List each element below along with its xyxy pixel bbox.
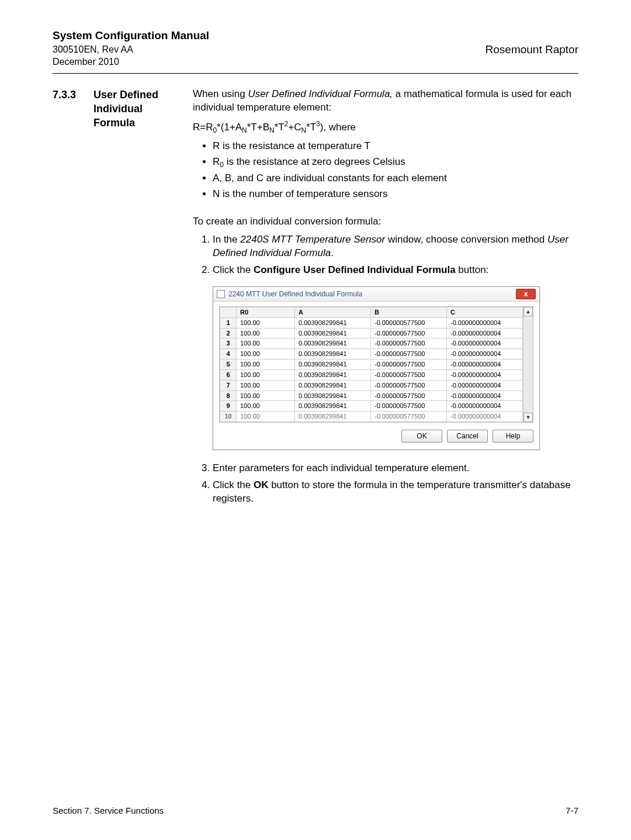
table-row[interactable]: 4 100.00 0.003908299841 -0.000000577500 … [220, 349, 523, 359]
dialog-titlebar: 2240 MTT User Defined Individual Formula… [213, 287, 539, 302]
table-row[interactable]: 2 100.00 0.003908299841 -0.000000577500 … [220, 328, 523, 338]
row-index: 9 [220, 401, 237, 412]
vertical-scrollbar[interactable]: ▲ ▼ [523, 307, 533, 422]
cell-b[interactable]: -0.000000577500 [371, 328, 447, 338]
cell-a[interactable]: 0.003908299841 [295, 401, 371, 412]
intro-italic: User Defined Individual Formula, [248, 88, 393, 99]
col-b-header: B [371, 307, 447, 317]
formula-line: R=R0*(1+AN*T+BN*T2+CN*T3), where [193, 119, 578, 135]
cell-c[interactable]: -0.000000000004 [447, 359, 523, 370]
cell-a[interactable]: 0.003908299841 [295, 328, 371, 338]
bullet-r: R is the resistance at temperature T [213, 140, 578, 153]
cell-a[interactable]: 0.003908299841 [295, 380, 371, 390]
doc-id: 300510EN, Rev AA [53, 43, 209, 56]
step1-b: window, choose conversion method [385, 234, 547, 245]
col-c-header: C [447, 307, 523, 317]
cell-r0[interactable]: 100.00 [237, 412, 295, 422]
brand-name: Rosemount Raptor [486, 42, 578, 57]
section-number: 7.3.3 [53, 88, 93, 102]
formula-dialog: 2240 MTT User Defined Individual Formula… [213, 286, 540, 450]
row-index: 5 [220, 359, 237, 370]
bullet-r0-sub: 0 [220, 161, 224, 169]
close-button[interactable]: x [516, 289, 536, 299]
dialog-title: 2240 MTT User Defined Individual Formula [228, 289, 362, 299]
header-rule [53, 73, 578, 74]
cell-c[interactable]: -0.000000000004 [447, 349, 523, 359]
cell-c[interactable]: -0.000000000004 [447, 328, 523, 338]
table-row[interactable]: 8 100.00 0.003908299841 -0.000000577500 … [220, 390, 523, 401]
row-index: 10 [220, 412, 237, 422]
cell-b[interactable]: -0.000000577500 [371, 412, 447, 422]
cell-c[interactable]: -0.000000000004 [447, 338, 523, 349]
row-index: 6 [220, 369, 237, 380]
cell-c[interactable]: -0.000000000004 [447, 412, 523, 422]
table-row[interactable]: 3 100.00 0.003908299841 -0.000000577500 … [220, 338, 523, 349]
cell-b[interactable]: -0.000000577500 [371, 359, 447, 370]
cell-r0[interactable]: 100.00 [237, 317, 295, 328]
col-a-header: A [295, 307, 371, 317]
manual-title: System Configuration Manual [53, 28, 209, 43]
cell-b[interactable]: -0.000000577500 [371, 401, 447, 412]
cell-r0[interactable]: 100.00 [237, 338, 295, 349]
header-left: System Configuration Manual 300510EN, Re… [53, 28, 209, 68]
intro-text-a: When using [193, 88, 248, 99]
cell-a[interactable]: 0.003908299841 [295, 338, 371, 349]
cell-b[interactable]: -0.000000577500 [371, 380, 447, 390]
cell-a[interactable]: 0.003908299841 [295, 317, 371, 328]
step-3: Enter parameters for each individual tem… [213, 462, 578, 475]
table-row[interactable]: 5 100.00 0.003908299841 -0.000000577500 … [220, 359, 523, 370]
cell-r0[interactable]: 100.00 [237, 369, 295, 380]
formula-table[interactable]: R0 A B C 1 [220, 307, 523, 422]
table-row-cutoff[interactable]: 10 100.00 0.003908299841 -0.000000577500… [220, 412, 523, 422]
cell-b[interactable]: -0.000000577500 [371, 349, 447, 359]
step4-a: Click the [213, 479, 254, 490]
cell-a[interactable]: 0.003908299841 [295, 349, 371, 359]
table-row[interactable]: 7 100.00 0.003908299841 -0.000000577500 … [220, 380, 523, 390]
cell-c[interactable]: -0.000000000004 [447, 317, 523, 328]
row-index: 3 [220, 338, 237, 349]
header-right: Rosemount Raptor [486, 28, 578, 57]
cancel-button[interactable]: Cancel [447, 430, 488, 443]
cell-a[interactable]: 0.003908299841 [295, 412, 371, 422]
cell-c[interactable]: -0.000000000004 [447, 401, 523, 412]
cell-r0[interactable]: 100.00 [237, 349, 295, 359]
step1-c: . [331, 247, 334, 258]
scroll-up-icon[interactable]: ▲ [523, 307, 533, 316]
row-index: 8 [220, 390, 237, 401]
step2-bold: Configure User Defined Individual Formul… [254, 264, 456, 275]
step-4: Click the OK button to store the formula… [213, 479, 578, 506]
intro-paragraph: When using User Defined Individual Formu… [193, 88, 578, 115]
cell-a[interactable]: 0.003908299841 [295, 369, 371, 380]
cell-r0[interactable]: 100.00 [237, 390, 295, 401]
table-row[interactable]: 6 100.00 0.003908299841 -0.000000577500 … [220, 369, 523, 380]
scroll-down-icon[interactable]: ▼ [523, 413, 533, 422]
cell-c[interactable]: -0.000000000004 [447, 390, 523, 401]
ok-button[interactable]: OK [401, 430, 442, 443]
bullet-n: N is the number of temperature sensors [213, 188, 578, 201]
window-icon [217, 290, 225, 298]
procedure-steps: In the 2240S MTT Temperature Sensor wind… [193, 233, 578, 277]
cell-c[interactable]: -0.000000000004 [447, 380, 523, 390]
table-row[interactable]: 1 100.00 0.003908299841 -0.000000577500 … [220, 317, 523, 328]
table-row[interactable]: 9 100.00 0.003908299841 -0.000000577500 … [220, 401, 523, 412]
grid-wrap: R0 A B C 1 [219, 306, 533, 423]
cell-b[interactable]: -0.000000577500 [371, 338, 447, 349]
cell-b[interactable]: -0.000000577500 [371, 390, 447, 401]
row-index: 1 [220, 317, 237, 328]
step4-bold: OK [254, 479, 269, 490]
cell-a[interactable]: 0.003908299841 [295, 359, 371, 370]
cell-b[interactable]: -0.000000577500 [371, 317, 447, 328]
cell-r0[interactable]: 100.00 [237, 401, 295, 412]
help-button[interactable]: Help [493, 430, 533, 443]
bullet-r0: R0 is the resistance at zero degrees Cel… [213, 155, 578, 170]
cell-b[interactable]: -0.000000577500 [371, 369, 447, 380]
doc-date: December 2010 [53, 56, 209, 68]
footer-left: Section 7. Service Functions [53, 805, 164, 817]
cell-a[interactable]: 0.003908299841 [295, 390, 371, 401]
step2-b: button: [456, 264, 489, 275]
cell-r0[interactable]: 100.00 [237, 380, 295, 390]
step1-ital: 2240S MTT Temperature Sensor [240, 234, 385, 245]
cell-c[interactable]: -0.000000000004 [447, 369, 523, 380]
cell-r0[interactable]: 100.00 [237, 359, 295, 370]
cell-r0[interactable]: 100.00 [237, 328, 295, 338]
